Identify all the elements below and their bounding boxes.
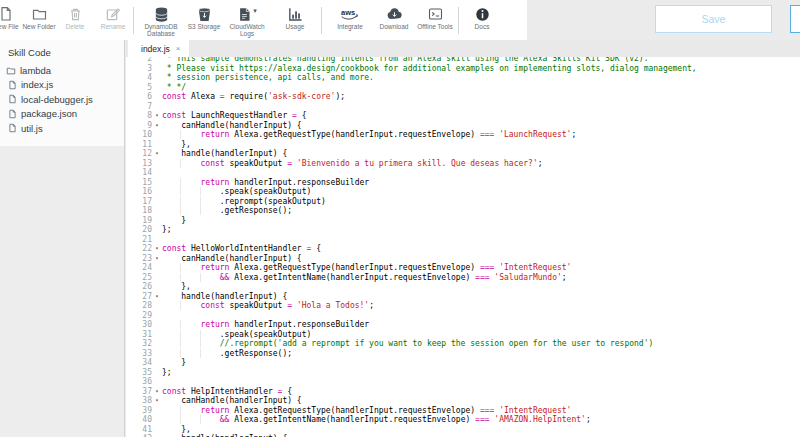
deploy-button-partial[interactable] <box>790 5 800 33</box>
fold-spacer <box>152 92 162 102</box>
code-text: * session persistence, api calls, and mo… <box>162 73 800 83</box>
code-text: return Alexa.getRequestType(handlerInput… <box>162 263 800 273</box>
fold-arrow-icon[interactable]: ▾ <box>152 149 162 159</box>
tree-item-index-js[interactable]: index.js <box>0 78 124 93</box>
code-text: } <box>162 358 800 368</box>
code-text: .speak(speakOutput) <box>162 330 800 340</box>
code-line: 4 * session persistence, api calls, and … <box>126 73 800 83</box>
code-text: canHandle(handlerInput) { <box>162 254 800 264</box>
code-line: 5 * */ <box>126 83 800 93</box>
code-text: && Alexa.getIntentName(handlerInput.requ… <box>162 415 800 425</box>
line-number: 19 <box>126 216 152 226</box>
s3-storage-button[interactable]: S3 Storage <box>185 5 223 30</box>
line-number: 11 <box>126 140 152 150</box>
info-icon <box>475 5 490 23</box>
code-line: 34 } <box>126 358 800 368</box>
new-file-icon <box>0 5 14 23</box>
file-icon <box>8 109 17 119</box>
usage-button[interactable]: Usage <box>277 5 313 30</box>
close-icon[interactable]: × <box>176 45 181 53</box>
fold-spacer <box>152 349 162 359</box>
code-line: 20}; <box>126 225 800 235</box>
fold-arrow-icon[interactable]: ▾ <box>152 292 162 302</box>
line-number: 25 <box>126 273 152 283</box>
tree-item-lambda[interactable]: lambda <box>0 63 124 78</box>
line-number: 36 <box>126 377 152 387</box>
line-number: 12 <box>126 149 152 159</box>
fold-spacer <box>152 368 162 378</box>
fold-spacer <box>152 330 162 340</box>
tree-item-util-js[interactable]: util.js <box>0 121 124 136</box>
docs-button[interactable]: Docs <box>465 5 499 30</box>
offline-tools-button[interactable]: Offline Tools <box>416 5 454 30</box>
code-line: 40 && Alexa.getIntentName(handlerInput.r… <box>126 415 800 425</box>
tree-item-package-json[interactable]: package.json <box>0 107 124 122</box>
new-file-button[interactable]: New File <box>0 5 21 30</box>
code-text <box>162 235 800 245</box>
dynamodb-database-button[interactable]: DynamoDB Database <box>137 5 185 37</box>
fold-spacer <box>152 187 162 197</box>
new-folder-icon <box>31 5 48 23</box>
code-text: const LaunchRequestHandler = { <box>162 111 800 121</box>
code-line: 19 } <box>126 216 800 226</box>
cloudwatch-logs-button[interactable]: ▾ CloudWatch Logs <box>223 5 271 37</box>
toolbar-item-label: CloudWatch Logs <box>223 23 271 37</box>
code-text: return handlerInput.responseBuilder <box>162 320 800 330</box>
line-number: 32 <box>126 339 152 349</box>
document-icon: ▾ <box>237 5 257 23</box>
code-text: * Please visit https://alexa.design/cook… <box>162 64 800 74</box>
editor-tab-bar: index.js × <box>125 40 800 57</box>
tree-item-label: local-debugger.js <box>21 94 93 105</box>
file-icon <box>8 80 17 90</box>
code-text: .getResponse(); <box>162 206 800 216</box>
fold-spacer <box>152 415 162 425</box>
save-button[interactable]: Save <box>655 5 772 33</box>
code-text: const speakOutput = 'Bienvenido a tu pri… <box>162 159 800 169</box>
line-number: 10 <box>126 130 152 140</box>
fold-spacer <box>152 197 162 207</box>
line-number: 3 <box>126 64 152 74</box>
fold-arrow-icon[interactable]: ▾ <box>152 396 162 406</box>
tab-index-js[interactable]: index.js × <box>128 40 189 57</box>
line-number: 33 <box>126 349 152 359</box>
tree-item-local-debugger-js[interactable]: local-debugger.js <box>0 92 124 107</box>
fold-arrow-icon[interactable]: ▾ <box>152 254 162 264</box>
database-icon <box>153 5 170 23</box>
line-number: 18 <box>126 206 152 216</box>
code-text: //.reprompt('add a reprompt if you want … <box>162 339 800 349</box>
fold-arrow-icon[interactable]: ▾ <box>152 387 162 397</box>
delete-button[interactable]: Delete <box>57 5 93 30</box>
code-text: }, <box>162 425 800 435</box>
rename-button[interactable]: Rename <box>93 5 133 30</box>
fold-arrow-icon[interactable]: ▾ <box>152 244 162 254</box>
line-number: 8 <box>126 111 152 121</box>
code-text: handle(handlerInput) { <box>162 292 800 302</box>
code-line: 6const Alexa = require('ask-sdk-core'); <box>126 92 800 102</box>
code-line: 30 return handlerInput.responseBuilder <box>126 320 800 330</box>
code-line: 21 <box>126 235 800 245</box>
new-folder-button[interactable]: New Folder <box>21 5 57 30</box>
line-number: 31 <box>126 330 152 340</box>
fold-spacer <box>152 282 162 292</box>
code-line: 10 return Alexa.getRequestType(handlerIn… <box>126 130 800 140</box>
toolbar-item-label: S3 Storage <box>188 23 221 30</box>
code-editor[interactable]: 2 * This sample demonstrates handling in… <box>126 57 800 437</box>
code-text: } <box>162 216 800 226</box>
fold-spacer <box>152 225 162 235</box>
code-text: .getResponse(); <box>162 349 800 359</box>
chevron-down-icon[interactable]: ▾ <box>253 7 257 14</box>
line-number: 27 <box>126 292 152 302</box>
aws-logo-icon: aws <box>338 5 362 23</box>
integrate-button[interactable]: aws Integrate <box>328 5 372 30</box>
code-text <box>162 377 800 387</box>
line-number: 35 <box>126 368 152 378</box>
code-line: 35}; <box>126 368 800 378</box>
code-text <box>162 311 800 321</box>
download-button[interactable]: Download <box>372 5 416 30</box>
fold-spacer <box>152 159 162 169</box>
fold-spacer <box>152 339 162 349</box>
fold-arrow-icon[interactable]: ▾ <box>152 111 162 121</box>
fold-arrow-icon[interactable]: ▾ <box>152 121 162 131</box>
line-number: 22 <box>126 244 152 254</box>
code-line: 41 }, <box>126 425 800 435</box>
